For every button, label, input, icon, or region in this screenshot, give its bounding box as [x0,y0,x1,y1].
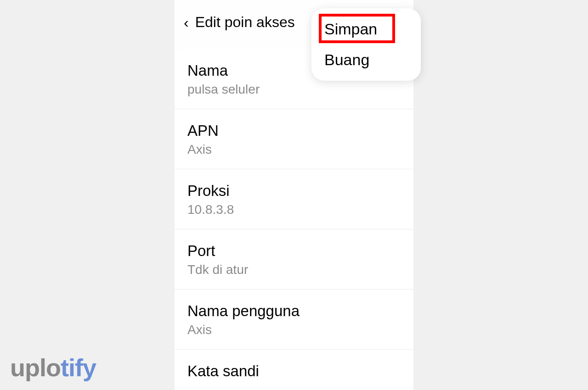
setting-row-username[interactable]: Nama pengguna Axis [175,290,413,350]
setting-row-apn[interactable]: APN Axis [175,109,413,169]
setting-value: Tdk di atur [187,262,401,277]
setting-label: Nama pengguna [187,302,401,320]
setting-row-port[interactable]: Port Tdk di atur [175,229,413,290]
setting-value: Axis [187,142,401,157]
watermark-part2: tify [61,354,96,381]
setting-value: Axis [187,323,401,337]
watermark-part1: uplo [10,354,61,381]
popup-save[interactable]: Simpan [311,14,421,45]
setting-label: Kata sandi [187,362,401,380]
setting-value: 10.8.3.8 [187,202,401,217]
back-icon[interactable]: ‹ [184,15,189,30]
setting-label: Port [187,242,401,260]
setting-label: Proksi [187,182,401,200]
popup-menu: Simpan Buang [311,8,421,81]
setting-row-password[interactable]: Kata sandi [175,350,413,380]
setting-label: APN [187,122,401,139]
setting-row-proxy[interactable]: Proksi 10.8.3.8 [175,169,413,229]
popup-discard[interactable]: Buang [311,45,421,75]
settings-card: Nama pulsa seluler APN Axis Proksi 10.8.… [175,49,413,389]
watermark: uplotify [10,353,96,382]
setting-value: pulsa seluler [187,82,401,97]
page-title: Edit poin akses [195,14,295,31]
